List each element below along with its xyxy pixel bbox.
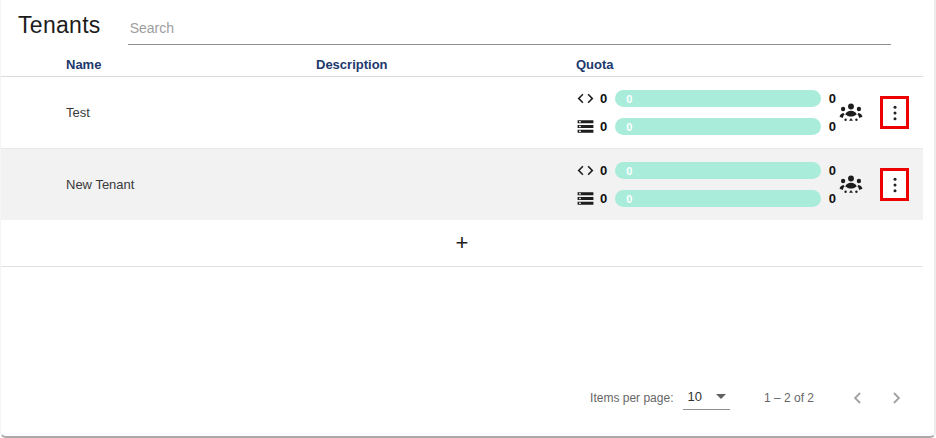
next-page-button[interactable] <box>884 386 908 410</box>
quota-line-cpu: 0 0 0 <box>576 161 836 180</box>
quota-line-storage: 0 0 0 <box>576 117 836 136</box>
items-per-page-label: Items per page: <box>590 391 673 405</box>
column-header-description: Description <box>316 57 576 72</box>
chevron-right-icon <box>886 388 906 408</box>
items-per-page-value: 10 <box>687 389 701 404</box>
quota-progress-bar: 0 <box>615 162 821 179</box>
groups-icon <box>838 172 864 198</box>
caret-down-icon <box>716 394 726 399</box>
page-range-label: 1 – 2 of 2 <box>764 391 814 405</box>
previous-page-button[interactable] <box>846 386 870 410</box>
code-icon <box>576 161 595 180</box>
table-header-row: Name Description Quota <box>1 52 923 77</box>
storage-icon <box>576 189 595 208</box>
tenant-name: Test <box>66 105 316 120</box>
table-row: Test 0 0 0 0 <box>1 77 923 148</box>
tenant-users-button[interactable] <box>836 98 866 128</box>
tenants-table: Name Description Quota Test 0 0 0 <box>1 52 923 267</box>
quota-limit-value: 0 <box>829 191 836 206</box>
quota-bar-label: 0 <box>626 121 632 133</box>
search-input[interactable] <box>128 12 891 45</box>
quota-cell: 0 0 0 0 0 0 <box>576 77 836 148</box>
add-tenant-row[interactable]: + <box>1 220 923 267</box>
quota-progress-bar: 0 <box>615 190 821 207</box>
page-title: Tenants <box>18 12 101 39</box>
row-menu-button[interactable] <box>880 96 909 129</box>
column-header-name: Name <box>66 57 316 72</box>
quota-bar-label: 0 <box>626 193 632 205</box>
storage-icon <box>576 117 595 136</box>
add-icon: + <box>456 232 469 254</box>
quota-limit-value: 0 <box>829 91 836 106</box>
chevron-left-icon <box>848 388 868 408</box>
quota-progress-bar: 0 <box>615 118 821 135</box>
quota-limit-value: 0 <box>829 163 836 178</box>
search-field-wrap <box>128 12 891 45</box>
table-row: New Tenant 0 0 0 0 <box>1 148 923 220</box>
tenants-page: Tenants Name Description Quota Test 0 <box>0 0 936 438</box>
quota-line-cpu: 0 0 0 <box>576 89 836 108</box>
quota-cell: 0 0 0 0 0 0 <box>576 149 836 220</box>
row-menu-button[interactable] <box>880 168 909 201</box>
tenant-users-button[interactable] <box>836 170 866 200</box>
quota-bar-label: 0 <box>626 165 632 177</box>
quota-line-storage: 0 0 0 <box>576 189 836 208</box>
topbar: Tenants <box>18 12 891 45</box>
kebab-menu-icon <box>885 175 905 195</box>
quota-progress-bar: 0 <box>615 90 821 107</box>
code-icon <box>576 89 595 108</box>
paginator: Items per page: 10 1 – 2 of 2 <box>590 383 908 413</box>
kebab-menu-icon <box>885 103 905 123</box>
quota-used-value: 0 <box>600 163 607 178</box>
items-per-page-select[interactable]: 10 <box>683 387 729 410</box>
groups-icon <box>838 100 864 126</box>
quota-used-value: 0 <box>600 91 607 106</box>
quota-bar-label: 0 <box>626 93 632 105</box>
column-header-quota: Quota <box>576 57 836 72</box>
quota-limit-value: 0 <box>829 119 836 134</box>
tenant-name: New Tenant <box>66 177 316 192</box>
quota-used-value: 0 <box>600 119 607 134</box>
quota-used-value: 0 <box>600 191 607 206</box>
